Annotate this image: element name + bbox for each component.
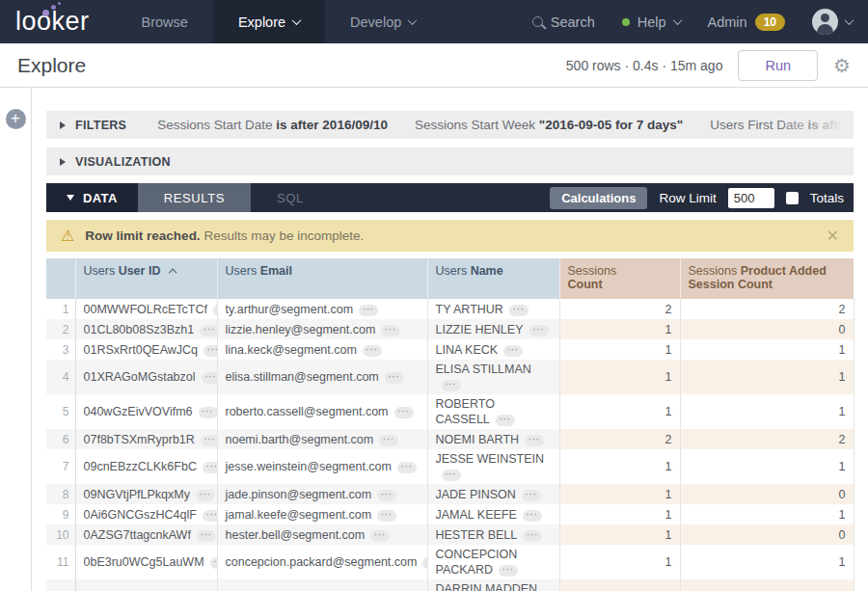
- nav-help[interactable]: Help: [622, 14, 681, 30]
- cell-menu-icon[interactable]: [197, 530, 216, 542]
- cell-menu-icon[interactable]: [503, 345, 523, 357]
- totals-checkbox[interactable]: [786, 192, 799, 204]
- cell-email[interactable]: noemi.barth@segment.com: [217, 429, 427, 449]
- cell-email[interactable]: ty.arthur@segment.com: [217, 299, 427, 319]
- visualization-bar[interactable]: VISUALIZATION: [46, 148, 854, 175]
- cell-user-id[interactable]: 09cnEBzzCLKk6FbC: [75, 449, 217, 484]
- cell-menu-icon[interactable]: [377, 510, 396, 522]
- cell-menu-icon[interactable]: [394, 407, 414, 418]
- run-button[interactable]: Run: [738, 50, 818, 81]
- cell-email[interactable]: lina.keck@segment.com: [217, 339, 427, 360]
- cell-user-id[interactable]: 0AZSG7ttagcnkAWf: [75, 524, 217, 545]
- col-header-sessions-product-added-session-count[interactable]: Sessions Product Added Session Count: [680, 258, 854, 299]
- cell-menu-icon[interactable]: [203, 345, 217, 357]
- looker-logo[interactable]: looker: [0, 0, 117, 43]
- nav-item-explore[interactable]: Explore: [213, 0, 325, 43]
- cell-product-added-count[interactable]: 0: [680, 524, 854, 545]
- row-limit-input[interactable]: [728, 188, 774, 208]
- cell-menu-icon[interactable]: [201, 435, 217, 446]
- cell-menu-icon[interactable]: [525, 435, 544, 446]
- data-section-toggle[interactable]: DATA: [46, 183, 138, 212]
- cell-product-added-count[interactable]: 1: [680, 394, 854, 429]
- cell-product-added-count[interactable]: 2: [680, 429, 854, 449]
- cell-product-added-count[interactable]: 0: [680, 319, 854, 339]
- cell-email[interactable]: jade.pinson@segment.com: [217, 484, 427, 504]
- cell-user-id[interactable]: 00MWWFOLRcETcTCf: [75, 299, 217, 319]
- cell-name[interactable]: LIZZIE HENLEY: [427, 319, 559, 339]
- cell-user-id[interactable]: 0Ai6GNCGszHC4qlF: [75, 504, 217, 524]
- cell-user-id[interactable]: 07f8bTSXmRyprb1R: [75, 429, 217, 449]
- cell-sessions-count[interactable]: 2: [559, 429, 680, 449]
- cell-sessions-count[interactable]: 1: [559, 449, 680, 484]
- cell-menu-icon[interactable]: [379, 435, 398, 446]
- cell-menu-icon[interactable]: [381, 325, 400, 336]
- cell-name[interactable]: HESTER BELL: [427, 524, 559, 545]
- cell-menu-icon[interactable]: [522, 490, 541, 501]
- cell-sessions-count[interactable]: 1: [559, 484, 680, 504]
- cell-user-id[interactable]: 0CqEiDUgSI0OFTxh: [75, 579, 217, 591]
- cell-email[interactable]: roberto.cassell@segment.com: [217, 394, 427, 429]
- nav-item-develop[interactable]: Develop: [325, 0, 441, 43]
- cell-menu-icon[interactable]: [442, 470, 461, 481]
- cell-menu-icon[interactable]: [523, 510, 542, 522]
- cell-menu-icon[interactable]: [203, 510, 217, 522]
- cell-name[interactable]: ROBERTO CASSELL: [427, 394, 559, 429]
- cell-product-added-count[interactable]: 0: [680, 484, 854, 504]
- cell-sessions-count[interactable]: 1: [559, 360, 680, 394]
- cell-name[interactable]: DARRIN MADDEN: [427, 579, 559, 591]
- col-header-users-user-id[interactable]: Users User ID: [75, 258, 217, 299]
- cell-menu-icon[interactable]: [363, 345, 382, 357]
- cell-email[interactable]: concepcion.packard@segment.com: [217, 545, 427, 579]
- expand-field-picker-button[interactable]: +: [6, 109, 26, 129]
- cell-sessions-count[interactable]: 1: [559, 524, 680, 545]
- cell-product-added-count[interactable]: 2: [680, 299, 854, 319]
- cell-name[interactable]: JESSE WEINSTEIN: [427, 449, 559, 484]
- tab-sql[interactable]: SQL: [251, 183, 330, 212]
- nav-item-browse[interactable]: Browse: [117, 0, 213, 43]
- cell-email[interactable]: elisa.stillman@segment.com: [217, 360, 427, 394]
- cell-sessions-count[interactable]: 1: [559, 339, 680, 360]
- col-header-users-email[interactable]: Users Email: [217, 258, 427, 299]
- cell-menu-icon[interactable]: [199, 407, 217, 418]
- nav-search[interactable]: Search: [532, 14, 595, 30]
- col-header-sessions-count[interactable]: Sessions Count: [559, 258, 680, 299]
- cell-sessions-count[interactable]: 1: [559, 319, 680, 339]
- cell-menu-icon[interactable]: [210, 557, 217, 569]
- cell-menu-icon[interactable]: [203, 462, 217, 473]
- cell-sessions-count[interactable]: 1: [559, 545, 680, 579]
- cell-name[interactable]: TY ARTHUR: [427, 299, 559, 319]
- cell-user-id[interactable]: 01RSxRrt0QEAwJCq: [75, 339, 217, 360]
- cell-menu-icon[interactable]: [523, 530, 542, 542]
- cell-sessions-count[interactable]: 1: [559, 394, 680, 429]
- cell-sessions-count[interactable]: 1: [559, 504, 680, 524]
- cell-sessions-count[interactable]: 2: [559, 299, 680, 319]
- cell-menu-icon[interactable]: [496, 415, 515, 426]
- cell-menu-icon[interactable]: [196, 490, 215, 501]
- cell-product-added-count[interactable]: 1: [680, 504, 854, 524]
- cell-product-added-count[interactable]: 1: [680, 449, 854, 484]
- filters-bar[interactable]: FILTERS Sessions Start Date is after 201…: [46, 111, 854, 139]
- tab-results[interactable]: RESULTS: [138, 183, 251, 212]
- cell-email[interactable]: hester.bell@segment.com: [217, 524, 427, 545]
- cell-menu-icon[interactable]: [202, 372, 217, 384]
- cell-menu-icon[interactable]: [213, 305, 217, 316]
- cell-user-id[interactable]: 09NGVtjPfLPkqxMy: [75, 484, 217, 504]
- cell-menu-icon[interactable]: [385, 372, 404, 384]
- cell-name[interactable]: ELISA STILLMAN: [427, 360, 559, 394]
- cell-menu-icon[interactable]: [529, 325, 549, 336]
- cell-menu-icon[interactable]: [200, 325, 217, 336]
- nav-admin[interactable]: Admin 10: [708, 13, 785, 31]
- cell-menu-icon[interactable]: [509, 305, 529, 316]
- cell-user-id[interactable]: 01CL80b08Sz3Bzh1: [75, 319, 217, 339]
- cell-product-added-count[interactable]: 1: [680, 339, 854, 360]
- cell-menu-icon[interactable]: [499, 565, 518, 577]
- cell-menu-icon[interactable]: [370, 530, 390, 542]
- cell-product-added-count[interactable]: 1: [680, 545, 854, 579]
- cell-user-id[interactable]: 0bE3ru0WCg5LauWM: [75, 545, 217, 579]
- cell-name[interactable]: LINA KECK: [427, 339, 559, 360]
- cell-email[interactable]: darrin.madden@segment.com: [217, 579, 427, 591]
- cell-sessions-count[interactable]: 1: [559, 579, 680, 591]
- cell-menu-icon[interactable]: [397, 462, 417, 473]
- cell-name[interactable]: JAMAL KEEFE: [427, 504, 559, 524]
- close-icon[interactable]: ✕: [827, 228, 839, 244]
